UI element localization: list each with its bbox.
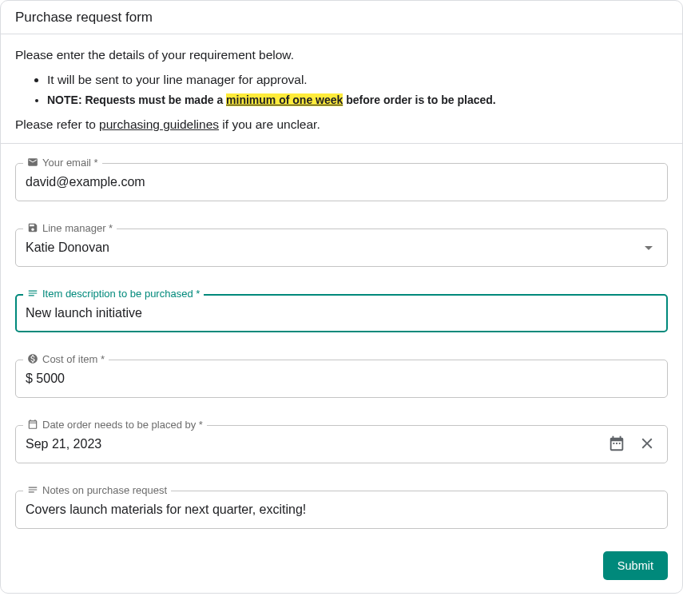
cost-field[interactable]: $ 5000	[15, 360, 668, 398]
notes-label: Notes on purchase request	[23, 484, 171, 496]
calendar-icon	[27, 419, 38, 430]
form-title: Purchase request form	[15, 10, 153, 25]
notes-value[interactable]: Covers launch materials for next quarter…	[26, 503, 657, 517]
date-value: Sep 21, 2023	[26, 437, 608, 451]
money-icon	[27, 353, 38, 364]
note-suffix: before order is to be placed.	[343, 93, 495, 106]
date-field[interactable]: Sep 21, 2023	[15, 425, 668, 463]
intro-bullet: It will be sent to your line manager for…	[47, 70, 668, 89]
note-prefix: NOTE: Requests must be made a	[47, 93, 226, 106]
date-label: Date order needs to be placed by *	[23, 419, 207, 431]
date-label-text: Date order needs to be placed by *	[42, 419, 203, 431]
manager-label: Line manager *	[23, 222, 117, 234]
cost-field-wrapper: Cost of item * $ 5000	[15, 360, 668, 398]
form-title-section: Purchase request form	[1, 1, 682, 34]
description-value[interactable]: New launch initiative	[26, 306, 657, 320]
email-label: Your email *	[23, 157, 102, 169]
actions-row: Submit	[15, 551, 668, 580]
manager-label-text: Line manager *	[42, 222, 113, 234]
description-label: Item description to be purchased *	[23, 288, 204, 300]
form-card: Purchase request form Please enter the d…	[0, 0, 683, 594]
manager-value: Katie Donovan	[26, 240, 645, 255]
email-value[interactable]: david@example.com	[26, 175, 657, 189]
notes-label-text: Notes on purchase request	[42, 484, 167, 496]
notes-icon	[27, 288, 38, 299]
chevron-down-icon	[645, 246, 653, 250]
refer-suffix: if you are unclear.	[219, 117, 320, 131]
email-icon	[27, 157, 38, 168]
manager-select[interactable]: Katie Donovan	[15, 229, 668, 267]
cost-value[interactable]: $ 5000	[26, 372, 657, 386]
description-field[interactable]: New launch initiative	[15, 294, 668, 332]
note-highlight: minimum of one week	[226, 93, 343, 106]
description-label-text: Item description to be purchased *	[42, 288, 200, 300]
notes-field-wrapper: Notes on purchase request Covers launch …	[15, 491, 668, 529]
submit-button[interactable]: Submit	[603, 551, 668, 580]
date-field-wrapper: Date order needs to be placed by * Sep 2…	[15, 425, 668, 463]
guidelines-link[interactable]: purchasing guidelines	[99, 117, 219, 131]
cost-label: Cost of item *	[23, 353, 109, 365]
notes-field[interactable]: Covers launch materials for next quarter…	[15, 491, 668, 529]
email-label-text: Your email *	[42, 157, 98, 169]
cost-label-text: Cost of item *	[42, 353, 105, 365]
clear-icon[interactable]	[638, 435, 656, 455]
notes-icon	[27, 484, 38, 495]
form-body: Your email * david@example.com Line mana…	[1, 144, 682, 593]
save-icon	[27, 222, 38, 233]
intro-note: NOTE: Requests must be made a minimum of…	[47, 92, 668, 109]
refer-prefix: Please refer to	[15, 117, 99, 131]
email-field[interactable]: david@example.com	[15, 163, 668, 201]
description-field-wrapper: Item description to be purchased * New l…	[15, 294, 668, 332]
manager-field-wrapper: Line manager * Katie Donovan	[15, 229, 668, 267]
email-field-wrapper: Your email * david@example.com	[15, 163, 668, 201]
calendar-picker-icon[interactable]	[608, 435, 625, 455]
refer-line: Please refer to purchasing guidelines if…	[15, 115, 668, 133]
intro-line: Please enter the details of your require…	[15, 46, 668, 64]
intro-section: Please enter the details of your require…	[1, 34, 682, 144]
